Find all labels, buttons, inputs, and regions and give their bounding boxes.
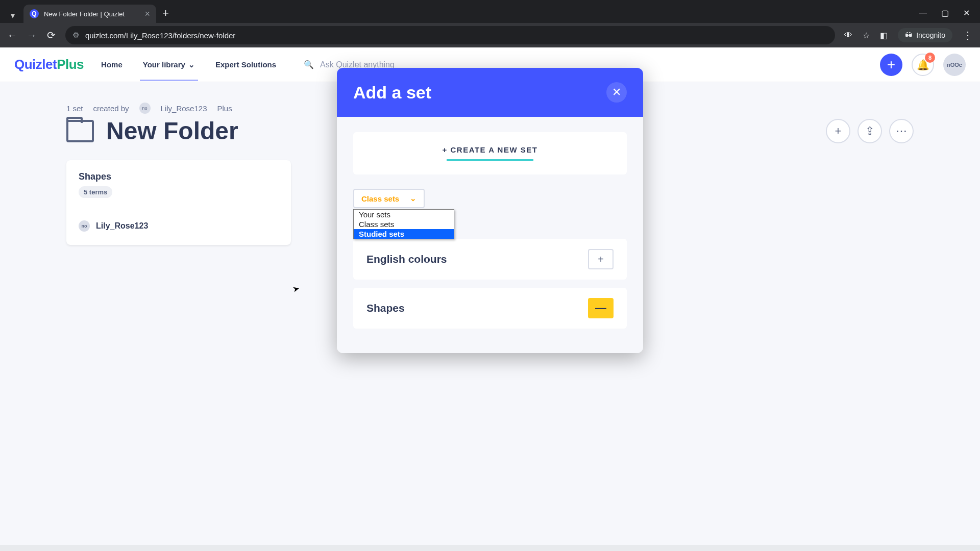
plus-badge: Plus xyxy=(217,104,232,113)
mouse-cursor: ➤ xyxy=(291,284,300,295)
add-set-modal: Add a set ✕ + CREATE A NEW SET Class set… xyxy=(337,68,643,353)
incognito-label: Incognito xyxy=(916,31,945,39)
tab-title: New Folder Folder | Quizlet xyxy=(44,10,139,18)
nav-your-library[interactable]: Your library ⌄ xyxy=(140,49,198,81)
add-to-folder-button[interactable]: + xyxy=(826,119,850,143)
create-new-label: + CREATE A NEW SET xyxy=(443,145,538,154)
forward-icon[interactable]: → xyxy=(27,30,37,41)
minimize-icon[interactable]: — xyxy=(919,8,927,18)
new-tab-button[interactable]: + xyxy=(162,7,169,20)
created-by-label: created by xyxy=(93,104,129,113)
close-window-icon[interactable]: ✕ xyxy=(963,8,970,18)
logo-main: Quizlet xyxy=(14,57,57,72)
filter-row: Class sets ⌄ Your sets Class sets Studie… xyxy=(353,189,627,208)
term-count: 5 terms xyxy=(79,186,112,198)
eye-off-icon[interactable]: 👁 xyxy=(844,31,852,40)
tab-close-icon[interactable]: × xyxy=(144,9,150,19)
remove-set-button[interactable]: — xyxy=(588,298,614,318)
set-row: English colours + xyxy=(353,239,627,280)
chevron-down-icon: ⌄ xyxy=(188,60,195,69)
dropdown-option-studied-sets[interactable]: Studied sets xyxy=(354,229,454,239)
page-content: QuizletPlus Home Your library ⌄ Expert S… xyxy=(0,47,980,551)
set-list: English colours + Shapes — xyxy=(353,239,627,329)
modal-close-button[interactable]: ✕ xyxy=(606,82,627,103)
nav-home[interactable]: Home xyxy=(98,49,126,80)
scrollbar-track[interactable] xyxy=(0,545,980,551)
reload-icon[interactable]: ⟳ xyxy=(46,29,56,41)
notifications-button[interactable]: 🔔 8 xyxy=(912,54,934,76)
modal-header: Add a set ✕ xyxy=(337,68,643,117)
folder-icon xyxy=(66,120,94,142)
back-icon[interactable]: ← xyxy=(7,30,17,41)
search-icon: 🔍 xyxy=(304,60,314,69)
set-author[interactable]: no Lily_Rose123 xyxy=(79,220,279,232)
set-card-name: Shapes xyxy=(79,171,279,182)
folder-title: New Folder xyxy=(106,117,238,145)
dropdown-selected-label: Class sets xyxy=(361,194,399,203)
maximize-icon[interactable]: ▢ xyxy=(941,8,949,18)
more-options-button[interactable]: ⋯ xyxy=(889,119,914,143)
logo[interactable]: QuizletPlus xyxy=(14,57,84,72)
logo-plus: Plus xyxy=(57,57,84,72)
dropdown-option-your-sets[interactable]: Your sets xyxy=(354,210,454,219)
user-avatar[interactable]: nOOc xyxy=(943,54,966,76)
set-row-name: English colours xyxy=(366,253,447,265)
nav-library-label: Your library xyxy=(143,60,185,69)
modal-title: Add a set xyxy=(353,83,431,103)
close-icon: ✕ xyxy=(612,86,621,99)
browser-tab-strip: ▾ Q New Folder Folder | Quizlet × + — ▢ … xyxy=(0,0,980,23)
set-row: Shapes — xyxy=(353,288,627,329)
add-set-button[interactable]: + xyxy=(588,249,614,269)
browser-menu-icon[interactable]: ⋮ xyxy=(963,29,973,41)
creator-name[interactable]: Lily_Rose123 xyxy=(161,104,207,113)
set-card[interactable]: Shapes 5 terms no Lily_Rose123 xyxy=(66,160,291,245)
browser-tab[interactable]: Q New Folder Folder | Quizlet × xyxy=(23,5,156,23)
browser-toolbar: ← → ⟳ ⚙ quizlet.com/Lily_Rose123/folders… xyxy=(0,23,980,47)
favicon-icon: Q xyxy=(30,9,39,18)
incognito-badge[interactable]: 🕶 Incognito xyxy=(898,28,952,42)
author-name: Lily_Rose123 xyxy=(96,221,148,231)
create-underline xyxy=(447,159,533,161)
tab-search-dropdown[interactable]: ▾ xyxy=(5,8,20,23)
minus-icon: — xyxy=(595,302,606,315)
side-panel-icon[interactable]: ◧ xyxy=(880,31,888,40)
bookmark-star-icon[interactable]: ☆ xyxy=(863,31,870,40)
address-bar[interactable]: ⚙ quizlet.com/Lily_Rose123/folders/new-f… xyxy=(65,26,835,44)
window-controls: — ▢ ✕ xyxy=(919,8,975,18)
dropdown-menu: Your sets Class sets Studied sets xyxy=(353,209,454,239)
set-count: 1 set xyxy=(66,104,83,113)
set-row-name: Shapes xyxy=(366,302,405,314)
notification-badge: 8 xyxy=(925,53,935,63)
url-text: quizlet.com/Lily_Rose123/folders/new-fol… xyxy=(85,31,235,40)
author-avatar: no xyxy=(79,220,90,232)
share-button[interactable]: ⇪ xyxy=(857,119,882,143)
set-filter-dropdown[interactable]: Class sets ⌄ xyxy=(353,189,425,208)
plus-icon: + xyxy=(598,254,604,265)
creator-avatar: no xyxy=(139,103,151,114)
dropdown-option-class-sets[interactable]: Class sets xyxy=(354,219,454,229)
create-new-set-button[interactable]: + CREATE A NEW SET xyxy=(353,132,627,174)
modal-body: + CREATE A NEW SET Class sets ⌄ Your set… xyxy=(337,117,643,353)
incognito-icon: 🕶 xyxy=(905,31,912,39)
create-button[interactable]: + xyxy=(880,54,902,76)
chevron-down-icon: ⌄ xyxy=(410,194,416,203)
site-settings-icon[interactable]: ⚙ xyxy=(72,31,79,40)
nav-expert-solutions[interactable]: Expert Solutions xyxy=(212,49,279,80)
